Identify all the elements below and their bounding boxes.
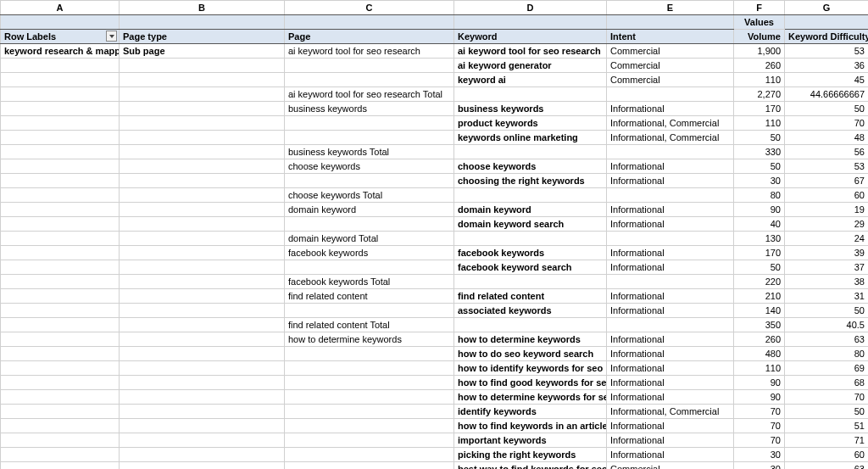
cell-volume[interactable]: 50	[734, 260, 785, 275]
pivot-table[interactable]: ABCDEFG Values Row Labels Page type Page…	[0, 0, 868, 469]
cell-row-label[interactable]	[1, 116, 120, 131]
cell-page[interactable]	[285, 462, 454, 470]
cell-volume[interactable]: 40	[734, 217, 785, 232]
cell-page[interactable]: find related content Total	[285, 318, 454, 332]
cell-kd[interactable]: 71	[785, 433, 869, 448]
cell-page[interactable]	[285, 376, 454, 390]
cell-row-label[interactable]	[1, 59, 120, 73]
cell-row-label[interactable]	[1, 304, 120, 318]
cell-page-type[interactable]	[120, 304, 285, 318]
cell-kd[interactable]: 37	[785, 260, 869, 275]
cell-row-label[interactable]	[1, 390, 120, 405]
cell-kd[interactable]: 50	[785, 102, 869, 116]
cell-page-type[interactable]	[120, 174, 285, 188]
cell-keyword[interactable]: associated keywords	[454, 304, 607, 318]
cell-intent[interactable]	[607, 87, 734, 102]
cell-keyword[interactable]: how to identify keywords for seo	[454, 361, 607, 376]
row-labels-filter-icon[interactable]	[106, 31, 117, 42]
cell-intent[interactable]: Informational	[607, 419, 734, 433]
cell-page[interactable]: choose keywords Total	[285, 188, 454, 203]
cell-page-type[interactable]	[120, 217, 285, 232]
cell-row-label[interactable]	[1, 405, 120, 419]
cell-intent[interactable]: Informational	[607, 376, 734, 390]
cell-page-type[interactable]	[120, 318, 285, 332]
cell-page-type[interactable]	[120, 289, 285, 304]
cell-page[interactable]: domain keyword	[285, 203, 454, 217]
cell-row-label[interactable]	[1, 260, 120, 275]
cell-keyword[interactable]: choose keywords	[454, 159, 607, 174]
cell-kd[interactable]: 39	[785, 246, 869, 260]
cell-volume[interactable]: 330	[734, 145, 785, 159]
cell-intent[interactable]: Informational	[607, 332, 734, 347]
keyword-header[interactable]: Keyword	[454, 30, 607, 44]
cell-page-type[interactable]	[120, 59, 285, 73]
cell-row-label[interactable]	[1, 73, 120, 87]
cell-keyword[interactable]: facebook keywords	[454, 246, 607, 260]
column-header-C[interactable]: C	[285, 1, 454, 15]
cell-volume[interactable]: 170	[734, 246, 785, 260]
cell-page[interactable]: domain keyword Total	[285, 232, 454, 246]
cell-keyword[interactable]	[454, 232, 607, 246]
cell-kd[interactable]: 19	[785, 203, 869, 217]
cell-volume[interactable]: 130	[734, 232, 785, 246]
cell-page-type[interactable]	[120, 448, 285, 462]
cell-intent[interactable]	[607, 275, 734, 289]
cell-kd[interactable]: 31	[785, 289, 869, 304]
cell-page[interactable]	[285, 174, 454, 188]
cell-volume[interactable]: 30	[734, 462, 785, 470]
cell-keyword[interactable]: ai keyword generator	[454, 59, 607, 73]
cell-page-type[interactable]: Sub page	[120, 44, 285, 59]
cell-page-type[interactable]	[120, 462, 285, 470]
cell-page-type[interactable]	[120, 73, 285, 87]
cell-volume[interactable]: 80	[734, 188, 785, 203]
cell-page[interactable]	[285, 260, 454, 275]
cell-kd[interactable]: 36	[785, 59, 869, 73]
cell-intent[interactable]: Informational	[607, 448, 734, 462]
cell-volume[interactable]: 90	[734, 203, 785, 217]
cell-keyword[interactable]: choosing the right keywords	[454, 174, 607, 188]
cell-row-label[interactable]	[1, 289, 120, 304]
cell-keyword[interactable]: how to find good keywords for seo	[454, 376, 607, 390]
cell-page-type[interactable]	[120, 87, 285, 102]
cell-kd[interactable]: 40.5	[785, 318, 869, 332]
cell-page[interactable]	[285, 131, 454, 145]
cell-page[interactable]: how to determine keywords	[285, 332, 454, 347]
cell-row-label[interactable]	[1, 174, 120, 188]
cell-page-type[interactable]	[120, 332, 285, 347]
cell-page[interactable]: facebook keywords	[285, 246, 454, 260]
cell-page[interactable]: business keywords Total	[285, 145, 454, 159]
cell-volume[interactable]: 170	[734, 102, 785, 116]
cell-kd[interactable]: 69	[785, 361, 869, 376]
cell-page-type[interactable]	[120, 347, 285, 361]
cell-keyword[interactable]: domain keyword search	[454, 217, 607, 232]
cell-intent[interactable]: Informational	[607, 246, 734, 260]
cell-kd[interactable]: 53	[785, 159, 869, 174]
cell-keyword[interactable]: important keywords	[454, 433, 607, 448]
cell-keyword[interactable]: how to do seo keyword search	[454, 347, 607, 361]
cell-page[interactable]	[285, 116, 454, 131]
cell-volume[interactable]: 30	[734, 448, 785, 462]
cell-page[interactable]	[285, 433, 454, 448]
column-header-D[interactable]: D	[454, 1, 607, 15]
cell-page-type[interactable]	[120, 260, 285, 275]
cell-page[interactable]	[285, 59, 454, 73]
cell-intent[interactable]: Informational	[607, 102, 734, 116]
cell-page[interactable]: business keywords	[285, 102, 454, 116]
cell-volume[interactable]: 110	[734, 73, 785, 87]
cell-kd[interactable]: 50	[785, 405, 869, 419]
cell-keyword[interactable]	[454, 318, 607, 332]
cell-page[interactable]: facebook keywords Total	[285, 275, 454, 289]
cell-volume[interactable]: 2,270	[734, 87, 785, 102]
intent-header[interactable]: Intent	[607, 30, 734, 44]
cell-keyword[interactable]	[454, 145, 607, 159]
cell-row-label[interactable]	[1, 232, 120, 246]
cell-volume[interactable]: 50	[734, 159, 785, 174]
cell-volume[interactable]: 110	[734, 116, 785, 131]
cell-page[interactable]	[285, 419, 454, 433]
cell-intent[interactable]: Informational	[607, 159, 734, 174]
cell-volume[interactable]: 50	[734, 131, 785, 145]
cell-row-label[interactable]	[1, 433, 120, 448]
keyword-difficulty-header[interactable]: Keyword Difficulty	[785, 30, 869, 44]
cell-volume[interactable]: 140	[734, 304, 785, 318]
cell-kd[interactable]: 63	[785, 462, 869, 470]
